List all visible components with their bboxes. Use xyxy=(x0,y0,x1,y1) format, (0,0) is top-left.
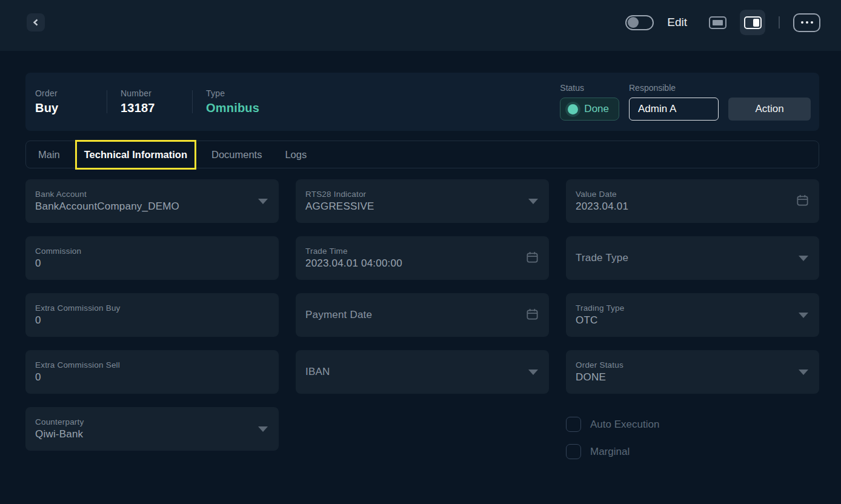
calendar-icon xyxy=(796,193,809,210)
field-trade-type[interactable]: Trade Type xyxy=(566,236,819,280)
chevron-down-icon xyxy=(528,199,538,204)
field-value: 0 xyxy=(35,314,121,327)
chevron-down-icon xyxy=(799,256,808,261)
field-trade-time[interactable]: Trade Time 2023.04.01 04:00:00 xyxy=(296,236,549,280)
field-bank-account[interactable]: Bank Account BankAccountCompany_DEMO xyxy=(25,179,279,223)
field-value: 0 xyxy=(35,257,81,270)
field-value: OTC xyxy=(576,314,624,327)
order-group: Order Buy xyxy=(35,88,93,115)
field-extra-commission-buy[interactable]: Extra Commission Buy 0 xyxy=(25,293,279,337)
chevron-down-icon xyxy=(799,370,808,375)
field-label: Trade Type xyxy=(576,252,628,264)
checkbox-icon xyxy=(566,417,581,432)
order-page: Order Buy Number 13187 Type Omnibus Stat… xyxy=(25,73,819,459)
ellipsis-icon xyxy=(811,21,813,24)
chevron-down-icon xyxy=(258,199,268,204)
field-value: BankAccountCompany_DEMO xyxy=(35,201,179,213)
field-label: Extra Commission Sell xyxy=(35,360,120,370)
checkbox-group: Auto Execution Marginal xyxy=(566,407,819,459)
field-iban[interactable]: IBAN xyxy=(296,350,549,394)
checkbox-label: Marginal xyxy=(590,446,630,458)
responsible-group: Responsible xyxy=(629,83,719,121)
field-label: IBAN xyxy=(305,366,330,378)
divider xyxy=(107,90,107,113)
marginal-checkbox[interactable]: Marginal xyxy=(566,444,819,459)
field-payment-date[interactable]: Payment Date xyxy=(296,293,549,337)
tab-documents[interactable]: Documents xyxy=(211,149,262,161)
field-label: Trading Type xyxy=(576,303,624,313)
field-value: AGGRESSIVE xyxy=(305,201,374,213)
tab-main[interactable]: Main xyxy=(38,149,60,161)
back-button[interactable] xyxy=(27,13,45,31)
field-value-date[interactable]: Value Date 2023.04.01 xyxy=(566,179,819,223)
status-label: Status xyxy=(560,83,619,93)
divider xyxy=(192,90,193,113)
calendar-icon xyxy=(525,250,539,267)
field-counterparty[interactable]: Counterparty Qiwi-Bank xyxy=(25,407,279,451)
chevron-down-icon xyxy=(528,370,538,375)
field-value: 2023.04.01 04:00:00 xyxy=(305,257,402,270)
field-label: Counterparty xyxy=(35,417,84,426)
field-label: Extra Commission Buy xyxy=(35,303,121,313)
topbar-actions: Edit xyxy=(625,10,820,35)
field-label: Value Date xyxy=(576,190,628,199)
full-view-icon[interactable] xyxy=(709,16,726,29)
number-group: Number 13187 xyxy=(121,88,179,115)
type-group: Type Omnibus xyxy=(206,88,264,115)
tab-logs[interactable]: Logs xyxy=(285,149,307,161)
order-label: Order xyxy=(35,88,93,98)
field-commission[interactable]: Commission 0 xyxy=(25,236,279,280)
field-trading-type[interactable]: Trading Type OTC xyxy=(566,293,819,337)
order-value: Buy xyxy=(35,101,93,115)
responsible-label: Responsible xyxy=(629,83,719,93)
field-label: Order Status xyxy=(576,360,623,370)
order-summary-card: Order Buy Number 13187 Type Omnibus Stat… xyxy=(25,73,819,131)
checkbox-icon xyxy=(566,444,581,459)
status-dot-icon xyxy=(568,104,578,114)
number-label: Number xyxy=(121,88,179,98)
field-rts28-indicator[interactable]: RTS28 Indicator AGGRESSIVE xyxy=(296,179,549,223)
field-value: Qiwi-Bank xyxy=(35,428,84,440)
chevron-down-icon xyxy=(258,426,268,432)
split-view-fill xyxy=(753,19,759,27)
type-label: Type xyxy=(206,88,264,98)
chevron-down-icon xyxy=(799,313,808,318)
order-summary-left: Order Buy Number 13187 Type Omnibus xyxy=(35,88,264,115)
field-label: Trade Time xyxy=(305,247,402,256)
tab-technical-information[interactable]: Technical Information xyxy=(83,149,188,161)
field-extra-commission-sell[interactable]: Extra Commission Sell 0 xyxy=(25,350,279,394)
split-view-button[interactable] xyxy=(740,10,765,35)
topbar: Edit xyxy=(0,0,841,51)
field-label: RTS28 Indicator xyxy=(305,190,374,199)
status-group: Status Done xyxy=(560,83,619,121)
auto-execution-checkbox[interactable]: Auto Execution xyxy=(566,417,819,432)
calendar-icon xyxy=(525,307,539,323)
toggle-knob-icon xyxy=(628,17,639,28)
field-label: Commission xyxy=(35,247,81,256)
field-order-status[interactable]: Order Status DONE xyxy=(566,350,819,394)
separator xyxy=(779,16,780,28)
ellipsis-icon xyxy=(806,21,808,24)
field-value: 2023.04.01 xyxy=(576,201,628,213)
split-view-icon xyxy=(744,16,762,29)
type-value: Omnibus xyxy=(206,101,264,115)
edit-label: Edit xyxy=(667,16,687,29)
tab-bar: Main Technical Information Documents Log… xyxy=(25,141,819,168)
number-value: 13187 xyxy=(121,101,179,115)
edit-toggle[interactable] xyxy=(625,15,654,30)
chevron-left-icon xyxy=(32,19,39,26)
checkbox-label: Auto Execution xyxy=(590,419,659,431)
field-value: 0 xyxy=(35,371,120,383)
field-label: Payment Date xyxy=(305,309,372,321)
more-options-button[interactable] xyxy=(793,13,820,32)
full-view-fill xyxy=(713,20,723,25)
order-summary-right: Status Done Responsible Action xyxy=(560,83,811,121)
field-value: DONE xyxy=(576,371,623,383)
action-button[interactable]: Action xyxy=(728,98,811,121)
ellipsis-icon xyxy=(801,21,803,24)
empty-cell xyxy=(296,407,549,459)
status-value: Done xyxy=(584,103,609,115)
responsible-input[interactable] xyxy=(629,98,719,121)
field-label: Bank Account xyxy=(35,190,179,199)
status-badge[interactable]: Done xyxy=(560,98,619,121)
